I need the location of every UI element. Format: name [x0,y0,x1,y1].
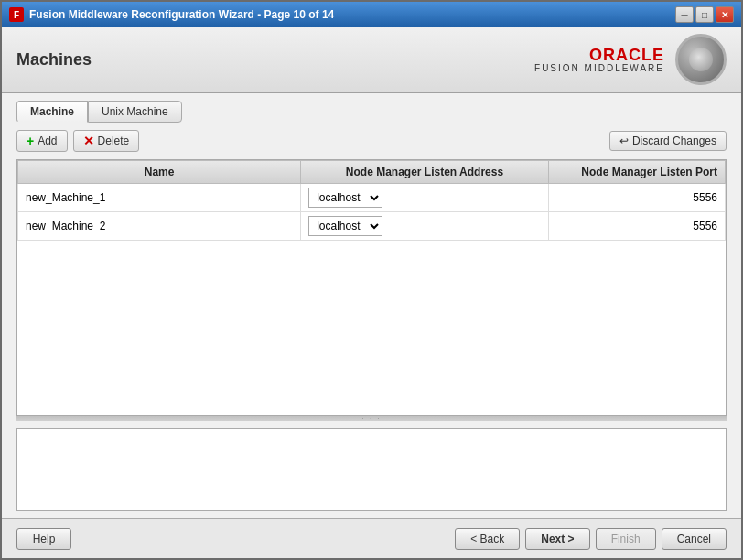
minimize-button[interactable]: ─ [675,6,694,23]
table-row[interactable]: localhost127.0.0.10.0.0.0 [18,184,726,212]
oracle-logo: ORACLE FUSION MIDDLEWARE [534,47,664,73]
main-window: F Fusion Middleware Reconfiguration Wiza… [0,0,743,560]
table-toolbar: + Add ✕ Delete ↩ Discard Changes [16,130,727,152]
resize-dots: · · · [361,415,381,423]
table-header: Name Node Manager Listen Address Node Ma… [18,161,726,184]
title-bar: F Fusion Middleware Reconfiguration Wiza… [2,2,741,27]
add-icon: + [27,134,34,148]
fusion-brand-text: FUSION MIDDLEWARE [534,63,664,73]
machine-name-input[interactable] [26,220,293,232]
window-title: Fusion Middleware Reconfiguration Wizard… [29,8,675,21]
delete-button[interactable]: ✕ Delete [73,130,140,152]
resize-handle[interactable]: · · · [16,415,727,421]
help-button[interactable]: Help [16,528,71,550]
column-header-port: Node Manager Listen Port [548,161,725,184]
oracle-sphere-inner [689,48,713,71]
machines-table-container: Name Node Manager Listen Address Node Ma… [16,159,727,415]
footer-left: Help [16,528,71,550]
cancel-button[interactable]: Cancel [662,528,727,550]
app-icon: F [9,7,24,22]
window-controls: ─ □ ✕ [675,6,734,23]
column-header-address: Node Manager Listen Address [301,161,549,184]
delete-icon: ✕ [83,134,94,148]
oracle-sphere-icon [675,34,727,85]
finish-button[interactable]: Finish [596,528,656,550]
back-button[interactable]: < Back [455,528,520,550]
discard-icon: ↩ [619,135,629,147]
log-area [16,428,727,511]
address-select[interactable]: localhost127.0.0.10.0.0.0 [308,188,382,208]
close-button[interactable]: ✕ [716,6,734,23]
discard-changes-button[interactable]: ↩ Discard Changes [609,131,727,151]
machines-table: Name Node Manager Listen Address Node Ma… [17,160,726,241]
table-row[interactable]: localhost127.0.0.10.0.0.0 [18,212,726,241]
footer-right: < Back Next > Finish Cancel [455,528,727,550]
address-select[interactable]: localhost127.0.0.10.0.0.0 [308,216,382,236]
footer: Help < Back Next > Finish Cancel [2,518,741,558]
next-button[interactable]: Next > [525,528,589,550]
tab-machine[interactable]: Machine [16,101,88,123]
tab-bar: Machine Unix Machine [16,101,727,123]
port-input[interactable] [556,191,717,204]
toolbar-left: + Add ✕ Delete [16,130,139,152]
content-area: Machine Unix Machine + Add ✕ Delete ↩ Di… [2,93,741,518]
add-button[interactable]: + Add [16,130,68,152]
page-header: Machines ORACLE FUSION MIDDLEWARE [2,27,741,93]
column-header-name: Name [18,161,301,184]
port-input[interactable] [556,220,717,232]
machine-name-input[interactable] [26,191,293,204]
oracle-brand-text: ORACLE [589,47,664,63]
maximize-button[interactable]: □ [695,6,714,23]
tab-unix-machine[interactable]: Unix Machine [88,101,182,123]
page-title: Machines [16,50,534,70]
table-body: localhost127.0.0.10.0.0.0localhost127.0.… [18,184,726,241]
